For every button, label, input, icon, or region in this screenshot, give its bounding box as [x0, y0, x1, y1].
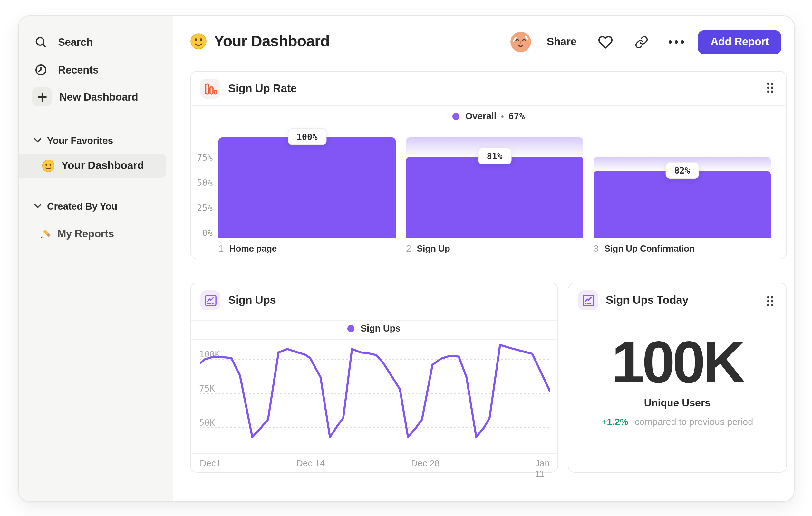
sidebar-section-label: Your Favorites	[47, 134, 113, 145]
metric-change-row: +1.2% compared to previous period	[569, 417, 786, 427]
step-number: 1	[219, 243, 224, 253]
funnel-value-tooltip: 100%	[287, 128, 326, 145]
x-axis-tick: Dec 28	[411, 458, 440, 468]
change-note: compared to previous period	[635, 417, 753, 427]
divider	[191, 339, 557, 340]
smiley-emoji-icon	[42, 159, 55, 172]
main-content: Your Dashboard Share	[173, 16, 794, 501]
line-chart-icon	[200, 290, 221, 310]
divider	[191, 320, 557, 321]
clock-icon	[34, 63, 48, 76]
sign-ups-card: Sign Ups Sign Ups 100K 75K 50K	[190, 282, 558, 473]
avatar[interactable]	[511, 32, 531, 52]
smiley-emoji-icon	[190, 33, 207, 50]
sidebar-item-label: My Reports	[57, 227, 114, 240]
x-axis-tick: Jan 11	[535, 458, 550, 479]
sidebar-item-your-dashboard[interactable]: Your Dashboard	[19, 154, 166, 178]
step-label: Sign Up	[417, 243, 450, 253]
funnel-bar-home-page: 100%	[219, 72, 396, 238]
chevron-down-icon	[34, 138, 41, 142]
change-percent: +1.2%	[602, 417, 628, 427]
funnel-bar[interactable]	[406, 156, 583, 238]
legend-label: Sign Ups	[360, 323, 401, 333]
funnel-bar[interactable]	[219, 137, 396, 238]
funnel-bars-icon	[200, 79, 221, 99]
page-title: Your Dashboard	[214, 32, 330, 50]
sidebar-item-label: Recents	[58, 63, 98, 76]
link-icon[interactable]	[635, 35, 649, 49]
metric-value: 100K	[569, 332, 786, 391]
funnel-bar[interactable]	[593, 171, 771, 238]
sidebar-item-recents[interactable]: Recents	[19, 60, 173, 79]
sidebar-item-new-dashboard[interactable]: New Dashboard	[19, 87, 173, 106]
heart-icon[interactable]	[598, 34, 613, 49]
x-axis-label: 3 Sign Up Confirmation	[593, 243, 694, 253]
more-options-icon[interactable]	[668, 39, 685, 45]
chevron-down-icon	[34, 203, 41, 208]
card-title: Sign Ups	[228, 294, 276, 307]
card-title: Sign Ups Today	[606, 294, 688, 307]
sidebar-item-label: New Dashboard	[59, 91, 138, 103]
sidebar-section-created-by-you[interactable]: Created By You	[34, 199, 117, 212]
share-button[interactable]: Share	[547, 35, 576, 48]
sidebar-item-search[interactable]: Search	[19, 32, 173, 52]
sidebar-item-my-reports[interactable]: My Reports	[19, 223, 166, 244]
page-header: Your Dashboard	[190, 32, 330, 50]
funnel-bar-sign-up-confirmation: 82%	[593, 72, 771, 238]
line-chart-plot	[200, 342, 550, 454]
line-legend[interactable]: Sign Ups	[191, 323, 557, 333]
step-number: 2	[406, 243, 411, 253]
x-axis-label: 1 Home page	[219, 243, 277, 253]
metric-subtitle: Unique Users	[569, 397, 786, 409]
step-number: 3	[593, 243, 599, 253]
x-axis-tick: Dec 14	[296, 458, 325, 468]
step-label: Sign Up Confirmation	[605, 243, 695, 253]
plus-icon	[32, 87, 52, 106]
sidebar-section-label: Created By You	[47, 200, 117, 211]
x-axis-line	[191, 454, 557, 454]
funnel-value-tooltip: 81%	[478, 147, 512, 164]
sidebar: Search Recents New Dashboard	[19, 16, 173, 501]
y-axis-tick: 50%	[191, 178, 213, 188]
x-axis-tick: Dec1	[200, 458, 221, 468]
step-label: Home page	[229, 243, 277, 253]
y-axis-tick: 25%	[191, 202, 213, 213]
sidebar-item-label: Your Dashboard	[61, 159, 144, 172]
app-window: Search Recents New Dashboard	[18, 16, 794, 502]
pencil-emoji-icon	[39, 227, 52, 240]
x-axis-label: 2 Sign Up	[406, 243, 450, 253]
legend-dot	[348, 325, 355, 332]
sidebar-item-label: Search	[58, 36, 93, 48]
screen: Search Recents New Dashboard	[0, 0, 812, 516]
drag-handle-icon[interactable]	[766, 295, 774, 307]
sign-ups-today-card: Sign Ups Today 100K Unique Users +1.2% c…	[568, 282, 787, 473]
funnel-bar-sign-up: 81%	[406, 72, 583, 238]
header-actions: Share Add Report	[511, 30, 781, 54]
sidebar-section-your-favorites[interactable]: Your Favorites	[34, 134, 113, 146]
search-icon	[34, 35, 48, 49]
add-report-button[interactable]: Add Report	[698, 30, 781, 54]
line-chart-icon	[578, 290, 598, 310]
funnel-value-tooltip: 82%	[665, 162, 699, 179]
y-axis-tick: 75%	[191, 152, 213, 163]
sign-up-rate-card: Sign Up Rate Overall • 67% 75% 50%	[190, 71, 787, 259]
y-axis-tick: 0%	[191, 228, 213, 238]
